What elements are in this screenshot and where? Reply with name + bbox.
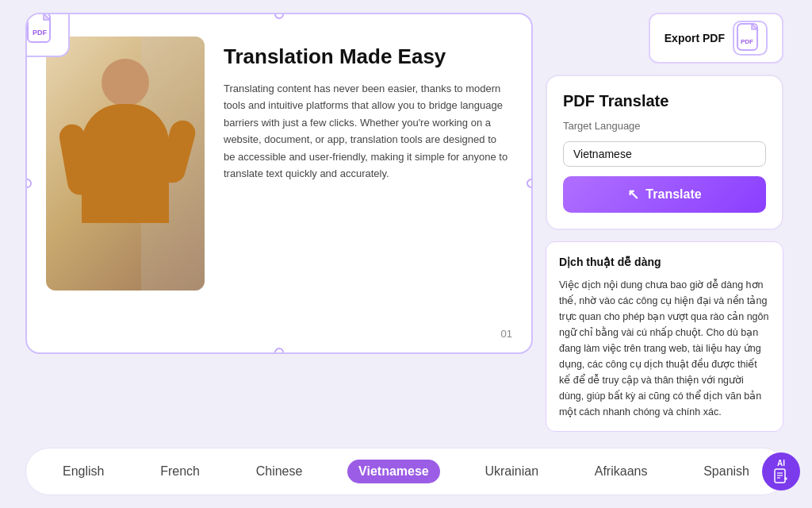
card-title: Translation Made Easy bbox=[224, 44, 509, 69]
target-language-label: Target Language bbox=[563, 120, 766, 132]
target-language-value[interactable]: Vietnamese bbox=[563, 141, 766, 167]
ai-label: AI bbox=[777, 459, 785, 468]
export-pdf-button[interactable]: Export PDF PDF bbox=[649, 13, 783, 64]
ai-document-icon bbox=[772, 468, 790, 485]
translated-body: Việc dịch nội dung chưa bao giờ dễ dàng … bbox=[559, 277, 770, 420]
left-card: PDF Translation Made Easy Translating co… bbox=[25, 13, 533, 354]
mid-dot-bottom bbox=[274, 348, 284, 354]
lang-item-chinese[interactable]: Chinese bbox=[245, 460, 314, 483]
lang-item-afrikaans[interactable]: Afrikaans bbox=[584, 460, 659, 483]
translate-button-label: Translate bbox=[645, 187, 701, 202]
lang-item-french[interactable]: French bbox=[149, 460, 211, 483]
translate-card: PDF Translate Target Language Vietnamese… bbox=[546, 75, 783, 230]
export-pdf-label: Export PDF bbox=[665, 32, 725, 44]
translate-card-title: PDF Translate bbox=[563, 92, 766, 110]
left-card-text: Translation Made Easy Translating conten… bbox=[224, 37, 509, 330]
translate-button[interactable]: ↖ Translate bbox=[563, 176, 766, 213]
export-pdf-file-icon: PDF bbox=[737, 23, 764, 53]
language-bar: English French Chinese Vietnamese Ukrain… bbox=[25, 448, 787, 495]
page-number: 01 bbox=[501, 328, 512, 340]
corner-dot-br bbox=[527, 348, 533, 354]
lang-item-ukrainian[interactable]: Ukrainian bbox=[473, 460, 550, 483]
person-body bbox=[82, 104, 169, 223]
person-head bbox=[102, 59, 149, 106]
svg-text:PDF: PDF bbox=[741, 38, 753, 45]
translated-title: Dịch thuật dễ dàng bbox=[559, 253, 770, 271]
corner-dot-tr bbox=[527, 13, 533, 19]
right-panel: Export PDF PDF PDF Translate Target Lang… bbox=[546, 13, 783, 432]
pdf-file-icon: PDF bbox=[26, 13, 56, 45]
person-photo bbox=[46, 37, 205, 291]
cursor-icon: ↖ bbox=[627, 186, 639, 203]
svg-text:PDF: PDF bbox=[33, 29, 48, 37]
card-body: Translating content has never been easie… bbox=[224, 80, 509, 183]
export-pdf-icon: PDF bbox=[733, 21, 768, 56]
left-card-inner: Translation Made Easy Translating conten… bbox=[27, 14, 531, 352]
mid-dot-right bbox=[527, 179, 533, 188]
lang-item-spanish[interactable]: Spanish bbox=[692, 460, 760, 483]
translated-result-box: Dịch thuật dễ dàng Việc dịch nội dung ch… bbox=[546, 241, 783, 432]
ai-badge: AI bbox=[762, 452, 800, 491]
lang-item-vietnamese[interactable]: Vietnamese bbox=[347, 460, 440, 483]
pdf-icon-box: PDF bbox=[25, 13, 70, 57]
lang-item-english[interactable]: English bbox=[52, 460, 115, 483]
main-area: PDF Translation Made Easy Translating co… bbox=[25, 13, 787, 432]
